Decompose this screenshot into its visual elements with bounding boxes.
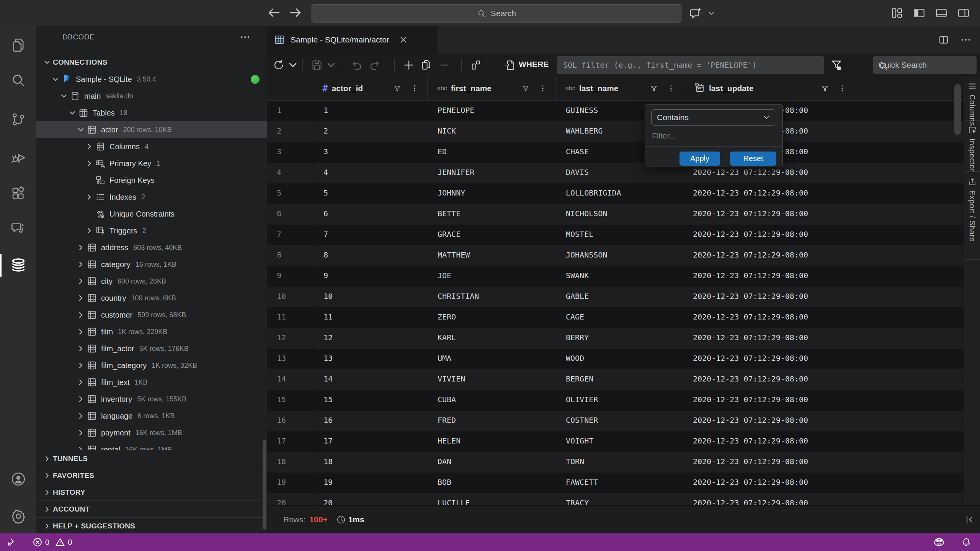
grid-scrollbar[interactable] <box>954 84 961 135</box>
grid-row-9[interactable]: 99JOESWANK2020-12-23 07:12:29-08:00 <box>267 266 964 287</box>
cell-last_update[interactable]: 2020-12-23 07:12:29-08:00 <box>693 354 808 363</box>
filter-operator-select[interactable]: Contains <box>651 109 776 126</box>
cell-last_name[interactable]: LOLLOBRIGIDA <box>566 188 621 197</box>
cell-last_name[interactable]: GABLE <box>566 292 589 301</box>
grid-row-1[interactable]: 11PENELOPEGUINESS2020-12-23 07:12:29-08:… <box>267 101 964 121</box>
cell-actor_id[interactable]: 10 <box>323 292 333 301</box>
cell-last_name[interactable]: SWANK <box>566 271 589 280</box>
grid-row-5[interactable]: 55JOHNNYLOLLOBRIGIDA2020-12-23 07:12:29-… <box>267 183 964 204</box>
cell-actor_id[interactable]: 18 <box>323 457 333 466</box>
grid-row-19[interactable]: 1919BOBFAWCETT2020-12-23 07:12:29-08:00 <box>267 473 964 493</box>
cell-first_name[interactable]: HELEN <box>438 436 461 445</box>
tree-item-film-text[interactable]: film_text1KB <box>36 374 267 391</box>
grid-row-3[interactable]: 33EDCHASE2020-12-23 07:12:29-08:00 <box>267 142 964 163</box>
sidebar-more-actions-icon[interactable] <box>239 31 251 43</box>
cell-actor_id[interactable]: 14 <box>323 374 333 383</box>
cell-first_name[interactable]: JOE <box>438 271 451 280</box>
toggle-primary-sidebar-icon[interactable] <box>913 7 926 20</box>
grid-row-4[interactable]: 44JENNIFERDAVIS2020-12-23 07:12:29-08:00 <box>267 163 964 183</box>
grid-row-20[interactable]: 2020LUCILLETRACY2020-12-23 07:12:29-08:0… <box>267 493 964 505</box>
cell-last_update[interactable]: 2020-12-23 07:12:29-08:00 <box>693 230 808 239</box>
cell-actor_id[interactable]: 17 <box>323 436 333 445</box>
column-header-actor_id[interactable]: #actor_id <box>313 77 428 100</box>
activity-item-run-debug[interactable] <box>0 148 36 168</box>
sidebar-section-tunnels[interactable]: TUNNELS <box>36 450 267 467</box>
column-header-first_name[interactable]: abcfirst_name <box>428 77 556 100</box>
cell-first_name[interactable]: ED <box>438 147 447 156</box>
tab-actor[interactable]: Sample - SQLite/main/actor <box>267 26 438 54</box>
cell-last_name[interactable]: OLIVIER <box>566 395 598 404</box>
tree-item-payment[interactable]: payment16K rows, 1MB <box>36 424 267 441</box>
cell-last_update[interactable]: 2020-12-23 07:12:29-08:00 <box>693 478 808 487</box>
tree-item-film-category[interactable]: film_category1K rows, 32KB <box>36 357 267 374</box>
cell-last_name[interactable]: BERRY <box>566 333 589 342</box>
add-row-button[interactable] <box>403 59 415 71</box>
cell-last_update[interactable]: 2020-12-23 07:12:29-08:00 <box>693 292 808 301</box>
cell-last_name[interactable]: NICHOLSON <box>566 209 607 218</box>
cell-first_name[interactable]: JOHNNY <box>438 188 465 197</box>
activity-item-chat[interactable] <box>0 218 36 238</box>
sidebar-section-favorites[interactable]: FAVORITES <box>36 467 267 484</box>
cell-first_name[interactable]: ZERO <box>438 312 456 321</box>
remote-indicator-icon[interactable] <box>6 537 17 548</box>
cell-actor_id[interactable]: 6 <box>323 209 328 218</box>
tree-item-sample-sqlite[interactable]: Sample - SQLite3.50.4 <box>36 71 267 88</box>
close-icon[interactable] <box>399 35 408 45</box>
sidebar-section-account[interactable]: ACCOUNT <box>36 500 267 517</box>
grid-row-2[interactable]: 22NICKWAHLBERG2020-12-23 07:12:29-08:00 <box>267 121 964 142</box>
cell-last_update[interactable]: 2020-12-23 07:12:29-08:00 <box>693 498 808 505</box>
column-menu-icon[interactable] <box>539 84 547 93</box>
cell-actor_id[interactable]: 5 <box>323 188 328 197</box>
cell-last_name[interactable]: FAWCETT <box>566 478 598 487</box>
cell-last_update[interactable]: 2020-12-23 07:12:29-08:00 <box>693 250 808 259</box>
cell-last_update[interactable]: 2020-12-23 07:12:29-08:00 <box>693 209 808 218</box>
cell-first_name[interactable]: JENNIFER <box>438 168 474 177</box>
filter-value-input[interactable]: Filter... <box>652 129 776 143</box>
cell-last_name[interactable]: TORN <box>566 457 584 466</box>
cell-first_name[interactable]: CUBA <box>438 395 456 404</box>
column-filter-icon[interactable] <box>649 84 658 93</box>
cell-last_name[interactable]: COSTNER <box>566 416 598 425</box>
tree-item-customer[interactable]: customer599 rows, 68KB <box>36 306 267 323</box>
refresh-button[interactable] <box>273 59 285 71</box>
activity-item-search[interactable] <box>0 70 36 90</box>
cell-actor_id[interactable]: 7 <box>323 230 328 239</box>
cell-first_name[interactable]: LUCILLE <box>438 498 470 505</box>
cell-last_update[interactable]: 2020-12-23 07:12:29-08:00 <box>693 436 808 445</box>
cell-actor_id[interactable]: 15 <box>323 395 333 404</box>
sidebar-section-history[interactable]: HISTORY <box>36 484 267 500</box>
grid-row-7[interactable]: 77GRACEMOSTEL2020-12-23 07:12:29-08:00 <box>267 225 964 245</box>
grid-row-17[interactable]: 1717HELENVOIGHT2020-12-23 07:12:29-08:00 <box>267 431 964 452</box>
cell-last_name[interactable]: MOSTEL <box>566 230 593 239</box>
command-center-search[interactable]: Search <box>311 4 682 23</box>
forward-icon[interactable] <box>288 5 302 20</box>
cell-last_name[interactable]: CAGE <box>566 312 584 321</box>
cell-first_name[interactable]: BOB <box>438 478 451 487</box>
customize-layout-icon[interactable] <box>890 7 903 20</box>
grid-row-10[interactable]: 1010CHRISTIANGABLE2020-12-23 07:12:29-08… <box>267 287 964 307</box>
errors-icon[interactable] <box>32 537 43 548</box>
split-editor-icon[interactable] <box>938 34 949 46</box>
column-menu-icon[interactable] <box>838 84 846 93</box>
column-filter-icon[interactable] <box>393 84 402 93</box>
cell-first_name[interactable]: PENELOPE <box>438 106 474 115</box>
activity-item-explorer[interactable] <box>0 35 36 55</box>
redo-button[interactable] <box>368 59 381 71</box>
column-menu-icon[interactable] <box>410 84 419 93</box>
cell-actor_id[interactable]: 4 <box>323 168 328 177</box>
copilot-chat-icon[interactable] <box>688 6 704 21</box>
tree-item-columns[interactable]: Columns4 <box>36 138 267 155</box>
grid-row-13[interactable]: 1313UMAWOOD2020-12-23 07:12:29-08:00 <box>267 349 964 369</box>
warning-count[interactable]: 0 <box>68 538 72 547</box>
tree-item-film-actor[interactable]: film_actor5K rows, 176KB <box>36 340 267 357</box>
cell-last_name[interactable]: CHASE <box>566 147 589 156</box>
grid-row-15[interactable]: 1515CUBAOLIVIER2020-12-23 07:12:29-08:00 <box>267 390 964 411</box>
collapse-panel-icon[interactable] <box>964 514 975 525</box>
cell-actor_id[interactable]: 8 <box>323 250 328 259</box>
rail-tab-export-share[interactable]: Export / Share <box>964 172 980 260</box>
grid-row-14[interactable]: 1414VIVIENBERGEN2020-12-23 07:12:29-08:0… <box>267 369 964 390</box>
tree-item-actor[interactable]: actor200 rows, 10KB <box>36 121 267 138</box>
column-menu-icon[interactable] <box>667 84 675 93</box>
cell-actor_id[interactable]: 3 <box>323 147 328 156</box>
notifications-bell-icon[interactable] <box>961 537 972 548</box>
